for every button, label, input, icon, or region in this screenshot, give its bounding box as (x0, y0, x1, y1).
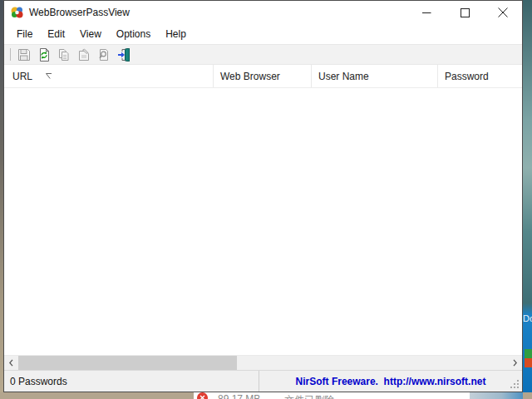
menu-options[interactable]: Options (109, 26, 158, 42)
save-icon (17, 48, 31, 62)
properties-button[interactable] (74, 46, 94, 64)
column-header-password[interactable]: Password (438, 65, 522, 87)
background-logo-icon (525, 349, 532, 367)
chevron-left-icon (9, 359, 13, 367)
column-label-password: Password (445, 71, 489, 82)
sort-ascending-icon (45, 72, 53, 80)
menu-bar: File Edit View Options Help (4, 24, 522, 44)
refresh-button[interactable] (34, 46, 54, 64)
background-window-text-fragment: Do (523, 313, 532, 323)
column-label-web-browser: Web Browser (220, 71, 280, 82)
minimize-icon (422, 8, 431, 17)
maximize-icon (461, 8, 470, 17)
password-count: 0 Passwords (4, 376, 259, 387)
minimize-button[interactable] (407, 1, 446, 24)
app-icon[interactable] (11, 6, 24, 19)
logo-red-square (525, 358, 532, 367)
desktop-bottom-strip: 89.17 MB - 文件已删除 (0, 392, 532, 399)
desktop-right-strip (523, 0, 532, 399)
password-list-area (4, 88, 522, 355)
refresh-icon (37, 48, 51, 62)
resize-grip-icon[interactable] (509, 378, 520, 389)
logo-green-square (525, 349, 532, 358)
status-bar: 0 Passwords NirSoft Freeware. http://www… (4, 370, 522, 392)
column-header-web-browser[interactable]: Web Browser (214, 65, 312, 87)
window-title: WebBrowserPassView (29, 7, 130, 18)
download-status-text: - 文件已删除 (278, 393, 334, 399)
column-label-url: URL (12, 71, 32, 82)
chevron-right-icon (513, 359, 517, 367)
horizontal-scrollbar[interactable] (4, 355, 522, 370)
close-button[interactable] (484, 1, 522, 24)
scroll-left-button[interactable] (4, 356, 18, 370)
download-size-text: 89.17 MB (218, 393, 260, 399)
find-button[interactable] (94, 46, 114, 64)
maximize-button[interactable] (446, 1, 484, 24)
copy-icon (57, 48, 71, 62)
exit-button[interactable] (114, 46, 134, 64)
menu-file[interactable]: File (9, 26, 40, 42)
find-icon (97, 48, 111, 62)
list-header: URL Web Browser User Name Password (4, 65, 522, 88)
title-bar: WebBrowserPassView (4, 1, 522, 24)
exit-icon (117, 48, 131, 62)
close-icon (498, 7, 508, 17)
toolbar (4, 44, 522, 65)
save-button[interactable] (14, 46, 34, 64)
copy-button[interactable] (54, 46, 74, 64)
menu-help[interactable]: Help (158, 26, 194, 42)
menu-edit[interactable]: Edit (40, 26, 72, 42)
toolbar-gripper (10, 48, 11, 61)
nirsoft-link[interactable]: NirSoft Freeware. http://www.nirsoft.net (259, 376, 522, 387)
menu-view[interactable]: View (72, 26, 109, 42)
column-header-user-name[interactable]: User Name (312, 65, 438, 87)
background-blue-strip (470, 392, 523, 399)
window-controls (407, 1, 522, 24)
scrollbar-thumb[interactable] (18, 356, 237, 370)
properties-icon (77, 48, 91, 62)
scroll-right-button[interactable] (508, 356, 522, 370)
column-label-user-name: User Name (318, 71, 369, 82)
column-header-url[interactable]: URL (4, 65, 214, 87)
error-x-icon (197, 392, 208, 399)
webbrowserpassview-window: WebBrowserPassView File Edit View Option… (3, 0, 523, 392)
